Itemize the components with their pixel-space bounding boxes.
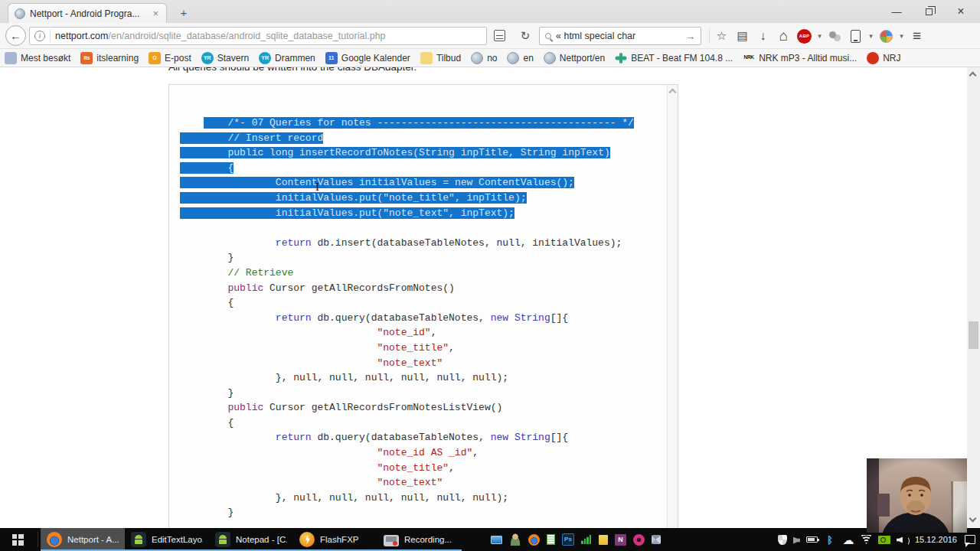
itslearning-icon: its xyxy=(80,52,93,64)
code-line: { xyxy=(180,295,667,311)
yr-icon: YR xyxy=(259,52,271,64)
recorder-tray-icon[interactable] xyxy=(633,534,645,546)
code-line: { xyxy=(180,416,667,431)
bookmark-item[interactable]: YRDrammen xyxy=(259,52,315,64)
reader-mode-icon[interactable] xyxy=(494,30,505,41)
code-scrollbar[interactable] xyxy=(667,85,678,528)
code-line: } xyxy=(180,386,667,401)
scrollbar-thumb[interactable] xyxy=(969,321,978,349)
bookmark-item[interactable]: en xyxy=(507,52,533,64)
bookmarks-panel-icon[interactable]: ▤ xyxy=(732,26,753,47)
bluetooth-icon[interactable]: ᛒ xyxy=(824,533,836,546)
firefox-tray-icon[interactable] xyxy=(528,534,540,546)
code-line: // Insert record xyxy=(180,131,667,146)
bookmark-item[interactable]: itsitslearning xyxy=(80,52,139,64)
volume-icon[interactable] xyxy=(897,535,909,545)
bookmark-item[interactable]: Tilbud xyxy=(420,52,461,64)
taskbar-app-label: Notepad - [C... xyxy=(236,535,287,544)
taskbar-app-nettport-a[interactable]: Nettport - A... xyxy=(41,528,125,551)
url-separator xyxy=(50,30,51,42)
bookmark-item[interactable]: OE-post xyxy=(149,52,191,64)
nvidia-icon[interactable] xyxy=(878,536,890,544)
ghostery-icon[interactable] xyxy=(825,26,845,47)
adblock-caret-icon[interactable]: ▾ xyxy=(815,26,825,47)
code-line: "note_id", xyxy=(180,325,667,341)
taskbar-app-edittextlayo[interactable]: EditTextLayo... xyxy=(125,528,209,551)
bookmark-item[interactable]: no xyxy=(471,52,497,64)
action-center-icon[interactable] xyxy=(965,535,975,544)
new-tab-button[interactable]: + xyxy=(175,5,193,21)
screenshot-caret-icon[interactable]: ▾ xyxy=(866,26,876,47)
site-info-icon[interactable]: i xyxy=(34,31,45,41)
close-button[interactable]: × xyxy=(945,0,977,23)
globe-icon xyxy=(507,52,519,64)
battery-icon[interactable] xyxy=(806,536,818,543)
code-scroll-up-icon[interactable] xyxy=(669,89,677,96)
search-input[interactable]: « html special char → xyxy=(539,27,701,45)
onedrive-cloud-icon[interactable]: ☁ xyxy=(842,533,854,546)
defender-shield-icon[interactable] xyxy=(778,535,787,545)
page-scrollbar[interactable] xyxy=(967,67,980,528)
code-line: // Retrieve xyxy=(180,266,667,281)
selected-text: // Insert record xyxy=(180,132,323,144)
bookmark-label: NRJ xyxy=(883,53,900,64)
back-button[interactable]: ← xyxy=(5,25,26,46)
flashfxp-icon xyxy=(299,532,315,547)
downloads-icon[interactable]: ↓ xyxy=(753,26,773,47)
bookmark-label: Google Kalender xyxy=(341,53,410,64)
bookmark-item[interactable]: NRJ xyxy=(867,52,900,64)
onenote-icon[interactable]: N xyxy=(615,534,626,546)
bookmark-label: NRK mP3 - Alltid musi... xyxy=(759,53,857,64)
notepad-tray-icon[interactable] xyxy=(547,534,555,545)
tab-title: Nettport - Android Progra... xyxy=(30,8,146,19)
bookmark-item[interactable]: Mest besøkt xyxy=(5,52,70,64)
sticky-note-icon[interactable] xyxy=(599,535,608,545)
audio-device-icon[interactable] xyxy=(793,537,800,544)
code-area[interactable]: /*- 07 Queries for notes ---------------… xyxy=(169,85,667,520)
translate-globe-icon[interactable] xyxy=(876,26,897,47)
bookmark-label: Tilbud xyxy=(436,53,461,64)
restore-button[interactable] xyxy=(913,0,945,23)
taskbar-app-recording[interactable]: Recording... xyxy=(377,528,462,551)
photoshop-icon[interactable]: Ps xyxy=(562,533,574,546)
page-favicon-globe-icon xyxy=(15,8,25,19)
browser-tab[interactable]: Nettport - Android Progra... × xyxy=(8,3,167,23)
bookmark-item[interactable]: 11Google Kalender xyxy=(325,52,410,64)
tab-close-icon[interactable]: × xyxy=(151,8,160,19)
taskbar-app-flashfxp[interactable]: FlashFXP xyxy=(293,528,377,551)
home-icon[interactable]: ⌂ xyxy=(773,26,794,47)
bookmark-item[interactable]: BEAT - Beat FM 104.8 ... xyxy=(615,52,733,64)
taskbar-app-label: Recording... xyxy=(404,535,452,544)
scroll-up-icon[interactable] xyxy=(969,72,977,80)
bookmark-star-icon[interactable]: ☆ xyxy=(711,26,732,47)
wifi-icon[interactable] xyxy=(861,535,872,544)
adblock-plus-icon[interactable]: ABP xyxy=(794,26,815,47)
code-line: ContentValues initialValues = new Conten… xyxy=(180,175,667,191)
outlook-icon: O xyxy=(149,52,161,64)
code-line: }, null, null, null, null, null, null); xyxy=(180,370,667,386)
minimize-button[interactable]: — xyxy=(880,0,913,23)
bookmark-item[interactable]: Nettport/en xyxy=(544,52,605,64)
bookmark-item[interactable]: YRStavern xyxy=(201,52,249,64)
search-go-icon[interactable]: → xyxy=(685,31,695,42)
bookmark-item[interactable]: NRKNRK mP3 - Alltid musi... xyxy=(743,52,857,64)
taskbar-app-notepad-c[interactable]: Notepad - [C... xyxy=(209,528,293,551)
url-domain: nettport.com xyxy=(55,31,108,41)
taskbar: Nettport - A...EditTextLayo...Notepad - … xyxy=(0,528,980,551)
url-bar[interactable]: i nettport.com/en/android/sqlite_databas… xyxy=(29,27,487,45)
scroll-down-icon[interactable] xyxy=(969,515,977,523)
screenshot-tool-icon[interactable] xyxy=(845,26,866,47)
contacts-icon[interactable] xyxy=(509,533,521,546)
taskbar-app-label: EditTextLayo... xyxy=(152,535,203,544)
cube-app-icon[interactable] xyxy=(652,535,661,544)
window-controls: — × xyxy=(880,0,977,23)
remote-monitor-icon[interactable] xyxy=(491,536,502,544)
refresh-button[interactable]: ↻ xyxy=(516,27,534,45)
start-button[interactable] xyxy=(0,528,35,551)
translate-caret-icon[interactable]: ▾ xyxy=(897,26,906,47)
beat-fm-icon xyxy=(615,52,627,64)
signal-bars-icon[interactable] xyxy=(581,535,592,544)
code-line xyxy=(180,220,667,236)
menu-icon[interactable]: ≡ xyxy=(906,26,927,47)
taskbar-clock-date[interactable]: 15.12.2016 xyxy=(915,535,957,544)
